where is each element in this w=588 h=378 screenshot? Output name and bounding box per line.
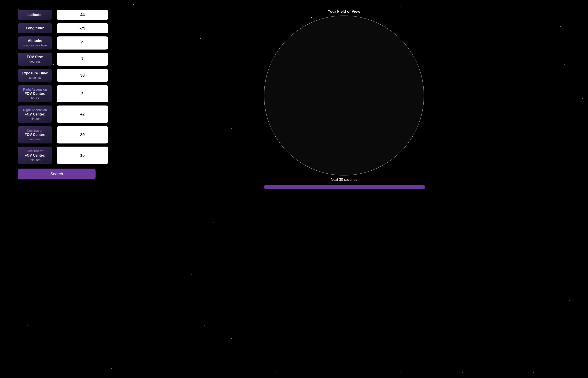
view-panel: Your Field of View Next 30 seconds [100, 0, 588, 378]
field-supertitle: Declination [27, 128, 43, 133]
field-title: Altitude: [28, 39, 42, 43]
field-label: DeclinationFOV Center:minutes [18, 147, 52, 164]
field-row: DeclinationFOV Center:minutes [18, 147, 96, 164]
field-label: Exposure Time:seconds [18, 69, 52, 82]
field-label: Longitude: [18, 23, 52, 33]
fov-title: Your Field of View [328, 9, 360, 14]
settings-panel: Latitude:Longitude:Altitude:m above sea … [0, 0, 100, 378]
field-row: Altitude:m above sea level [18, 36, 96, 50]
progress-bar[interactable] [264, 185, 424, 189]
search-button[interactable]: Search [18, 169, 96, 179]
field-label: DeclinationFOV Center:degrees [18, 126, 52, 144]
field-subtitle: minutes [29, 158, 41, 162]
field-title: FOV Center: [25, 92, 45, 96]
field-supertitle: Right Ascension [23, 108, 47, 112]
field-label: FOV Size:degrees [18, 53, 52, 66]
field-subtitle: seconds [29, 76, 41, 80]
field-label: Latitude: [18, 10, 52, 20]
field-row: Longitude: [18, 23, 96, 33]
field-supertitle: Right Ascension [23, 87, 47, 92]
field-row: Latitude: [18, 10, 96, 20]
field-row: DeclinationFOV Center:degrees [18, 126, 96, 144]
field-title: Latitude: [28, 13, 43, 17]
field-title: FOV Size: [27, 55, 43, 59]
field-label: Right AscensionFOV Center:hours [18, 85, 52, 102]
field-title: FOV Center: [25, 112, 45, 117]
field-subtitle: degrees [29, 137, 41, 141]
field-row: Right AscensionFOV Center:hours [18, 85, 96, 102]
field-row: Exposure Time:seconds [18, 69, 96, 82]
field-title: Longitude: [26, 26, 44, 31]
field-label: Right AscensionFOV Center:minutes [18, 106, 52, 123]
field-label: Altitude:m above sea level [18, 36, 52, 50]
field-subtitle: degrees [29, 59, 41, 64]
field-row: Right AscensionFOV Center:minutes [18, 106, 96, 123]
fov-circle [264, 15, 424, 176]
field-title: Exposure Time: [22, 71, 48, 76]
field-title: FOV Center: [25, 133, 45, 137]
progress-fill [264, 185, 421, 189]
field-title: FOV Center: [25, 153, 45, 158]
field-supertitle: Declination [27, 149, 43, 153]
field-subtitle: m above sea level [22, 43, 48, 47]
progress-label: Next 30 seconds [331, 178, 357, 182]
field-subtitle: hours [31, 96, 39, 100]
field-subtitle: minutes [29, 117, 41, 121]
field-row: FOV Size:degrees [18, 53, 96, 66]
